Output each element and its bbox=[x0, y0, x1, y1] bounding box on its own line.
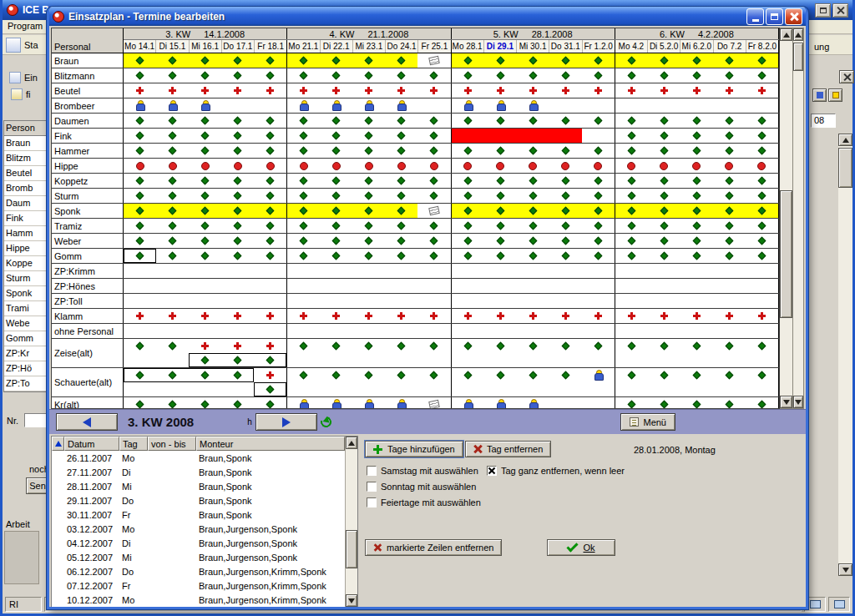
grid-cell[interactable] bbox=[352, 159, 385, 173]
grid-cell[interactable] bbox=[680, 353, 713, 367]
grid-cell[interactable] bbox=[484, 353, 517, 367]
grid-cell[interactable] bbox=[156, 189, 189, 203]
grid-cell[interactable] bbox=[452, 189, 484, 203]
grid-cell[interactable] bbox=[417, 129, 450, 143]
grid-cell[interactable] bbox=[517, 219, 549, 233]
grid-cell[interactable] bbox=[517, 204, 549, 218]
scroll-up-button[interactable] bbox=[838, 134, 852, 146]
grid-cell[interactable] bbox=[746, 98, 778, 113]
grid-cell[interactable] bbox=[320, 159, 352, 173]
grid-cell[interactable] bbox=[615, 234, 648, 248]
date-field-fragment[interactable]: 08 bbox=[811, 114, 836, 128]
grid-cell[interactable] bbox=[484, 114, 517, 128]
grid-cell[interactable] bbox=[156, 279, 189, 293]
small-tool-button-2[interactable] bbox=[828, 88, 842, 102]
grid-cell[interactable] bbox=[254, 204, 286, 218]
grid-cell[interactable] bbox=[352, 353, 385, 367]
grid-cell[interactable] bbox=[680, 204, 713, 218]
appointment-row[interactable]: 27.11.2007DiBraun,Sponk bbox=[52, 465, 345, 479]
grid-cell[interactable] bbox=[320, 397, 352, 408]
grid-cell[interactable] bbox=[385, 204, 417, 218]
grid-cell[interactable] bbox=[352, 189, 385, 203]
grid-cell[interactable] bbox=[746, 324, 778, 338]
previous-week-button[interactable] bbox=[56, 413, 118, 431]
grid-cell[interactable] bbox=[320, 219, 352, 233]
grid-cell[interactable] bbox=[615, 309, 648, 323]
day-header[interactable]: Mi 16.1 bbox=[189, 40, 221, 53]
grid-cell[interactable] bbox=[484, 279, 517, 293]
day-header[interactable]: Mi 23.1 bbox=[352, 40, 385, 53]
grid-cell[interactable] bbox=[254, 189, 286, 203]
grid-cell[interactable] bbox=[287, 264, 320, 278]
grid-cell[interactable] bbox=[648, 397, 680, 408]
grid-cell[interactable] bbox=[549, 382, 582, 396]
grid-cell[interactable] bbox=[713, 309, 746, 323]
grid-cell[interactable] bbox=[680, 83, 713, 98]
grid-cell[interactable] bbox=[746, 397, 778, 408]
grid-cell[interactable] bbox=[549, 264, 582, 278]
grid-cell[interactable] bbox=[452, 309, 484, 323]
grid-cell[interactable] bbox=[549, 294, 582, 308]
grid-cell[interactable] bbox=[746, 144, 778, 158]
grid-cell[interactable] bbox=[582, 53, 615, 68]
grid-cell[interactable] bbox=[189, 98, 221, 113]
close-button[interactable] bbox=[785, 8, 802, 25]
grid-cell[interactable] bbox=[517, 129, 549, 143]
grid-cell[interactable] bbox=[648, 219, 680, 233]
appointment-row[interactable]: 29.11.2007DoBraun,Sponk bbox=[52, 493, 345, 507]
grid-cell[interactable] bbox=[746, 264, 778, 278]
grid-cell[interactable] bbox=[352, 204, 385, 218]
grid-vertical-scrollbar[interactable] bbox=[780, 28, 793, 409]
grid-cell[interactable] bbox=[484, 83, 517, 98]
grid-cell[interactable] bbox=[385, 397, 417, 408]
grid-cell[interactable] bbox=[549, 309, 582, 323]
grid-cell[interactable] bbox=[713, 324, 746, 338]
grid-cell[interactable] bbox=[517, 83, 549, 98]
grid-cell[interactable] bbox=[648, 368, 680, 382]
grid-cell[interactable] bbox=[680, 249, 713, 263]
grid-cell[interactable] bbox=[254, 219, 286, 233]
background-maximize-button[interactable] bbox=[815, 3, 831, 18]
grid-cell[interactable] bbox=[124, 204, 156, 218]
grid-cell[interactable] bbox=[549, 144, 582, 158]
grid-cell[interactable] bbox=[189, 159, 221, 173]
grid-cell[interactable] bbox=[189, 324, 221, 338]
grid-cell[interactable] bbox=[124, 219, 156, 233]
grid-scroll-down-button[interactable] bbox=[780, 396, 792, 408]
grid-cell[interactable] bbox=[124, 339, 156, 353]
grid-cell[interactable] bbox=[680, 324, 713, 338]
grid-cell[interactable] bbox=[615, 397, 648, 408]
grid-cell[interactable] bbox=[746, 219, 778, 233]
grid-cell[interactable] bbox=[713, 234, 746, 248]
refresh-icon[interactable] bbox=[318, 415, 333, 430]
grid-cell[interactable] bbox=[352, 368, 385, 382]
grid-cell[interactable] bbox=[221, 83, 254, 98]
grid-cell[interactable] bbox=[417, 234, 450, 248]
grid-cell[interactable] bbox=[615, 294, 648, 308]
grid-cell[interactable] bbox=[582, 159, 615, 173]
grid-cell[interactable] bbox=[417, 309, 450, 323]
grid-cell[interactable] bbox=[517, 159, 549, 173]
grid-cell[interactable] bbox=[287, 189, 320, 203]
grid-cell[interactable] bbox=[254, 129, 286, 143]
grid-cell[interactable] bbox=[517, 279, 549, 293]
grid-cell[interactable] bbox=[221, 53, 254, 68]
checkbox-box[interactable] bbox=[367, 497, 377, 507]
background-close-button[interactable] bbox=[832, 3, 848, 18]
grid-cell[interactable] bbox=[615, 264, 648, 278]
personnel-row-label[interactable]: Brombeer bbox=[52, 98, 124, 113]
grid-cell[interactable] bbox=[189, 397, 221, 408]
grid-cell[interactable] bbox=[189, 234, 221, 248]
grid-cell[interactable] bbox=[124, 382, 156, 396]
grid-cell[interactable] bbox=[287, 114, 320, 128]
day-header[interactable]: Mo 21.1 bbox=[287, 40, 319, 53]
grid-cell[interactable] bbox=[517, 53, 549, 68]
grid-cell[interactable] bbox=[221, 219, 254, 233]
grid-cell[interactable] bbox=[484, 324, 517, 338]
personnel-row-label[interactable]: ZP:Toll bbox=[52, 294, 124, 308]
checkbox-tag-ganz-entfernen[interactable]: Tag ganz entfernen, wenn leer bbox=[487, 466, 625, 476]
personnel-row-label[interactable]: Sponk bbox=[52, 204, 124, 218]
grid-cell[interactable] bbox=[452, 234, 484, 248]
grid-cell[interactable] bbox=[156, 264, 189, 278]
grid-cell[interactable] bbox=[385, 382, 417, 396]
